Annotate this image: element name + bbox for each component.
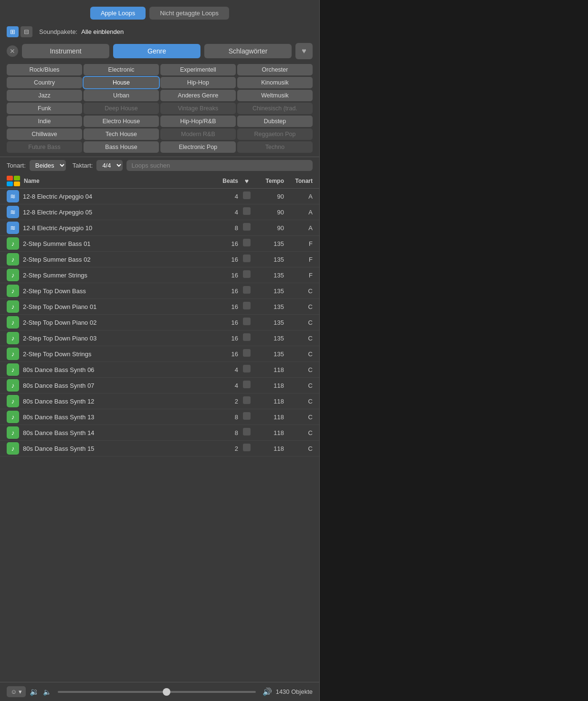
genre-tag-chillwave[interactable]: Chillwave — [7, 128, 82, 140]
table-row[interactable]: ♪ 2-Step Summer Bass 01 16 135 F — [0, 236, 319, 252]
fav-checkbox[interactable] — [243, 365, 251, 372]
taktart-select[interactable]: 4/4 — [96, 160, 123, 171]
volume-settings-btn[interactable]: 🔉 — [30, 687, 39, 696]
genre-tag-modern_rnb[interactable]: Modern R&B — [160, 128, 236, 140]
table-row[interactable]: ♪ 2-Step Top Down Strings 16 135 C — [0, 346, 319, 362]
track-fav[interactable] — [238, 396, 255, 406]
table-row[interactable]: ♪ 80s Dance Bass Synth 12 2 118 C — [0, 393, 319, 409]
genre-tag-vintage_breaks[interactable]: Vintage Breaks — [160, 103, 236, 114]
genre-tag-reggaeton_pop[interactable]: Reggaeton Pop — [237, 128, 313, 140]
genre-filter-btn[interactable]: Genre — [113, 44, 200, 58]
genre-tag-jazz[interactable]: Jazz — [7, 90, 82, 101]
volume-slider[interactable] — [58, 691, 255, 693]
fav-checkbox[interactable] — [243, 207, 251, 215]
fav-checkbox[interactable] — [243, 428, 251, 435]
fav-checkbox[interactable] — [243, 396, 251, 404]
track-beats: 16 — [210, 319, 238, 326]
track-fav[interactable] — [238, 239, 255, 248]
genre-tag-electronic[interactable]: Electronic — [84, 64, 159, 75]
table-row[interactable]: ♪ 2-Step Top Down Bass 16 135 C — [0, 283, 319, 299]
view-grid-btn[interactable]: ⊞ — [7, 26, 19, 37]
table-row[interactable]: ♪ 2-Step Top Down Piano 02 16 135 C — [0, 315, 319, 330]
table-row[interactable]: ♪ 2-Step Top Down Piano 01 16 135 C — [0, 299, 319, 315]
genre-tag-hip_hop_rnb[interactable]: Hip-Hop/R&B — [160, 116, 236, 127]
fav-checkbox[interactable] — [243, 239, 251, 246]
genre-tag-hip_hop[interactable]: Hip-Hop — [160, 77, 236, 88]
table-row[interactable]: ♪ 80s Dance Bass Synth 14 8 118 C — [0, 425, 319, 441]
track-beats: 4 — [210, 382, 238, 389]
table-row[interactable]: ♪ 80s Dance Bass Synth 15 2 118 C — [0, 441, 319, 457]
track-fav[interactable] — [238, 302, 255, 311]
smiley-button[interactable]: ☺ ▾ — [7, 686, 26, 697]
track-fav[interactable] — [238, 223, 255, 233]
genre-tag-experimentell[interactable]: Experimentell — [160, 64, 236, 75]
genre-tag-orchester[interactable]: Orchester — [237, 64, 313, 75]
table-row[interactable]: ♪ 2-Step Summer Bass 02 16 135 F — [0, 252, 319, 267]
genre-tag-bass_house[interactable]: Bass House — [84, 141, 159, 153]
track-fav[interactable] — [238, 365, 255, 374]
track-fav[interactable] — [238, 428, 255, 437]
track-fav[interactable] — [238, 255, 255, 264]
track-fav[interactable] — [238, 191, 255, 201]
fav-checkbox[interactable] — [243, 381, 251, 388]
fav-checkbox[interactable] — [243, 333, 251, 341]
table-row[interactable]: ♪ 80s Dance Bass Synth 07 4 118 C — [0, 378, 319, 393]
track-tempo: 118 — [255, 366, 284, 373]
table-row[interactable]: ♪ 2-Step Summer Strings 16 135 F — [0, 267, 319, 283]
volume-thumb[interactable] — [163, 688, 170, 696]
table-row[interactable]: ♪ 2-Step Top Down Piano 03 16 135 C — [0, 330, 319, 346]
instrument-filter-btn[interactable]: Instrument — [22, 44, 109, 58]
genre-tag-funk[interactable]: Funk — [7, 103, 82, 114]
track-fav[interactable] — [238, 207, 255, 217]
genre-tag-chinesisch[interactable]: Chinesisch (trad. — [237, 103, 313, 114]
fav-checkbox[interactable] — [243, 286, 251, 294]
view-list-btn[interactable]: ⊟ — [21, 26, 32, 37]
fav-checkbox[interactable] — [243, 412, 251, 420]
table-row[interactable]: ≋ 12-8 Electric Arpeggio 10 8 90 A — [0, 220, 319, 236]
track-name: 12-8 Electric Arpeggio 10 — [23, 224, 210, 232]
track-fav[interactable] — [238, 270, 255, 280]
track-fav[interactable] — [238, 286, 255, 296]
genre-tag-weltmusik[interactable]: Weltmusik — [237, 90, 313, 101]
genre-tag-future_bass[interactable]: Future Bass — [7, 141, 82, 153]
genre-tag-electro_house[interactable]: Electro House — [84, 116, 159, 127]
fav-checkbox[interactable] — [243, 444, 251, 451]
genre-tag-rock_blues[interactable]: Rock/Blues — [7, 64, 82, 75]
table-row[interactable]: ♪ 80s Dance Bass Synth 06 4 118 C — [0, 362, 319, 378]
table-row[interactable]: ≋ 12-8 Electric Arpeggio 05 4 90 A — [0, 204, 319, 220]
table-row[interactable]: ≋ 12-8 Electric Arpeggio 04 4 90 A — [0, 189, 319, 204]
genre-tag-techno[interactable]: Techno — [237, 141, 313, 153]
fav-checkbox[interactable] — [243, 223, 251, 231]
search-input[interactable] — [126, 160, 313, 171]
fav-checkbox[interactable] — [243, 191, 251, 199]
track-fav[interactable] — [238, 318, 255, 327]
genre-tag-dubstep[interactable]: Dubstep — [237, 116, 313, 127]
track-fav[interactable] — [238, 333, 255, 343]
fav-checkbox[interactable] — [243, 302, 251, 309]
schlagworter-filter-btn[interactable]: Schlagwörter — [204, 44, 292, 58]
track-fav[interactable] — [238, 349, 255, 359]
fav-checkbox[interactable] — [243, 318, 251, 325]
clear-filter-button[interactable]: ✕ — [7, 45, 18, 57]
tonart-select[interactable]: Beides — [30, 160, 66, 171]
genre-tag-house[interactable]: House — [84, 77, 159, 88]
tab-apple-loops[interactable]: Apple Loops — [90, 7, 146, 20]
tab-not-tagged[interactable]: Nicht getaggte Loops — [149, 7, 229, 20]
genre-tag-deep_house[interactable]: Deep House — [84, 103, 159, 114]
genre-tag-tech_house[interactable]: Tech House — [84, 128, 159, 140]
track-fav[interactable] — [238, 381, 255, 390]
track-fav[interactable] — [238, 412, 255, 422]
table-row[interactable]: ♪ 80s Dance Bass Synth 13 8 118 C — [0, 409, 319, 425]
genre-tag-indie[interactable]: Indie — [7, 116, 82, 127]
fav-checkbox[interactable] — [243, 349, 251, 357]
fav-checkbox[interactable] — [243, 270, 251, 278]
genre-tag-urban[interactable]: Urban — [84, 90, 159, 101]
genre-tag-kinomusik[interactable]: Kinomusik — [237, 77, 313, 88]
genre-tag-anderes_genre[interactable]: Anderes Genre — [160, 90, 236, 101]
genre-tag-country[interactable]: Country — [7, 77, 82, 88]
fav-checkbox[interactable] — [243, 255, 251, 262]
favorites-filter-btn[interactable]: ♥ — [295, 43, 313, 59]
soundpakete-select[interactable]: Alle einblenden — [81, 28, 124, 35]
genre-tag-electronic_pop[interactable]: Electronic Pop — [160, 141, 236, 153]
track-fav[interactable] — [238, 444, 255, 453]
